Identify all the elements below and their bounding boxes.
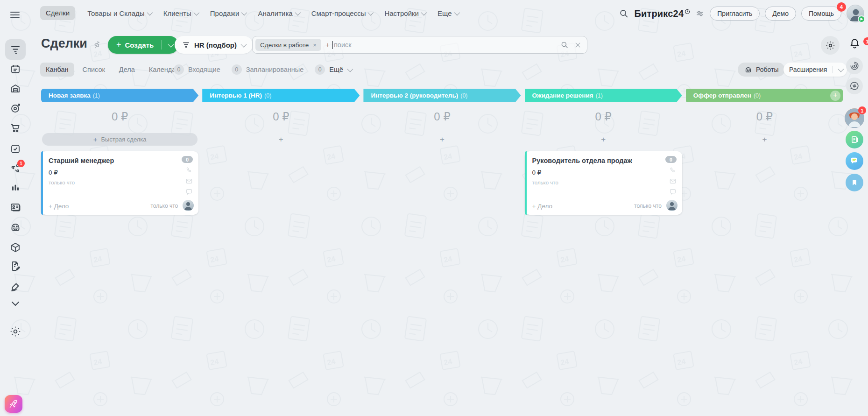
chat-sync-button[interactable] (846, 78, 863, 94)
user-avatar[interactable]: ▶ (847, 5, 864, 22)
kanban-board: Новая заявка(1) 0 ₽ + Быстрая сделка Ста… (41, 89, 843, 215)
kanban-column-interview2: Интервью 2 (руководитель)(0) 0 ₽ + (363, 89, 521, 215)
nav-sales[interactable]: Продажи (210, 9, 246, 17)
stage-header[interactable]: Оффер отправлен(0) + (686, 89, 843, 102)
nav-more[interactable]: Еще (438, 9, 459, 17)
nav-products[interactable]: Товары и Склады (87, 9, 151, 17)
add-deal-plus[interactable]: + (686, 133, 843, 146)
deal-title[interactable]: Старший менеджер (49, 157, 114, 164)
cart-icon[interactable] (10, 122, 21, 134)
add-deal-plus[interactable]: + (202, 133, 360, 146)
left-rail: 1 (0, 26, 31, 416)
stage-header[interactable]: Интервью 2 (руководитель)(0) (363, 89, 521, 102)
document-edit-icon[interactable] (10, 261, 21, 272)
deal-search-bar[interactable]: Сделки в работе × + (252, 36, 587, 54)
bookmark-button[interactable] (846, 174, 863, 191)
assistant-badge: 1 (858, 106, 866, 114)
notifications-button[interactable]: 1 (848, 37, 861, 50)
deal-card[interactable]: Старший менеджер 0 ₽ только что 0 + Дело… (41, 151, 198, 215)
nav-analytics[interactable]: Аналитика (258, 9, 299, 17)
tab-activities[interactable]: Дела (113, 63, 141, 77)
nav-smart-processes[interactable]: Смарт-процессы (311, 9, 373, 17)
bitrix24-logo: Битрикс24 (634, 8, 690, 19)
search-input[interactable] (334, 41, 560, 49)
counter-planned[interactable]: 0Запланированные (232, 64, 304, 75)
phone-icon[interactable] (185, 167, 193, 174)
tasks-icon[interactable] (10, 143, 21, 155)
chevron-down-icon (454, 9, 460, 15)
bar-chart-icon[interactable] (10, 182, 21, 193)
quick-deal-button[interactable]: + Быстрая сделка (42, 133, 198, 146)
funnel-selector[interactable]: HR (подбор) (175, 36, 253, 54)
chevron-down-icon (193, 9, 199, 15)
deal-updated-time: только что (150, 203, 178, 209)
nav-settings[interactable]: Настройки (384, 9, 425, 17)
tab-list[interactable]: Список (77, 63, 111, 77)
stage-header[interactable]: Новая заявка(1) (41, 89, 198, 102)
mail-icon[interactable] (185, 177, 193, 185)
page-title: Сделки (41, 36, 87, 51)
board-settings-button[interactable] (821, 36, 840, 55)
search-icon[interactable] (619, 8, 629, 19)
stage-sum: 0 ₽ (525, 110, 682, 123)
settings-gear-icon[interactable] (10, 326, 21, 337)
search-icon[interactable] (560, 41, 569, 49)
add-stage-button[interactable]: + (830, 91, 840, 101)
robots-button[interactable]: Роботы (738, 63, 785, 77)
gear-icon (826, 41, 835, 50)
add-activity-link[interactable]: + Дело (49, 203, 69, 210)
deal-card[interactable]: Руководитель отдела продаж 0 ₽ только чт… (525, 151, 682, 215)
planner-icon[interactable] (10, 63, 21, 75)
chevron-down-icon[interactable] (10, 301, 21, 307)
chip-close-icon[interactable]: × (313, 42, 317, 49)
chevron-down-icon (295, 9, 301, 15)
stage-header[interactable]: Ожидание решения(1) (525, 89, 682, 102)
phone-icon[interactable] (669, 167, 677, 174)
add-deal-plus[interactable]: + (525, 133, 682, 146)
stage-header[interactable]: Интервью 1 (HR)(0) (202, 89, 360, 102)
news-feed-button[interactable] (846, 131, 863, 148)
rocket-upgrade-button[interactable] (5, 395, 22, 413)
help-badge: 4 (837, 2, 846, 12)
add-deal-plus[interactable]: + (363, 133, 521, 146)
stage-sum: 0 ₽ (202, 110, 360, 123)
network-share-item[interactable]: 1 (10, 163, 21, 174)
counter-incoming[interactable]: 0Входящие (174, 64, 220, 75)
menu-burger-icon[interactable] (10, 10, 20, 20)
mail-icon[interactable] (669, 177, 677, 185)
chat-icon[interactable] (669, 188, 677, 196)
messenger-button[interactable] (846, 152, 863, 170)
invite-button[interactable]: Пригласить (710, 7, 760, 21)
assignee-avatar[interactable] (183, 200, 194, 211)
add-activity-link[interactable]: + Дело (532, 203, 552, 210)
pin-icon[interactable] (92, 41, 101, 49)
chat-icon[interactable] (185, 188, 193, 196)
sign-pen-icon[interactable] (10, 281, 21, 292)
demo-button[interactable]: Демо (765, 7, 796, 21)
tab-kanban[interactable]: Канбан (40, 63, 74, 77)
create-deal-button[interactable]: +Создать (108, 36, 178, 54)
extensions-button[interactable]: Расширения (783, 63, 847, 77)
deal-title[interactable]: Руководитель отдела продаж (532, 157, 632, 164)
main-navigation: Сделки Товары и Склады Клиенты Продажи А… (40, 6, 459, 20)
deal-amount: 0 ₽ (49, 169, 58, 176)
tune-sliders-icon[interactable] (695, 9, 705, 18)
robot-icon (744, 66, 752, 74)
assignee-avatar[interactable] (666, 200, 677, 211)
counter-more[interactable]: 0Ещё (315, 64, 352, 75)
warehouse-icon[interactable] (10, 83, 21, 94)
deal-updated-time: только что (634, 203, 662, 209)
assistant-avatar[interactable]: 1 (845, 108, 864, 128)
nav-deals[interactable]: Сделки (40, 6, 75, 20)
help-button[interactable]: Помощь (801, 7, 841, 21)
robot-icon[interactable] (10, 222, 21, 233)
copilot-button[interactable] (846, 57, 863, 74)
clear-search-icon[interactable] (574, 42, 581, 49)
nav-clients[interactable]: Клиенты (163, 9, 198, 17)
contact-card-icon[interactable] (10, 202, 21, 213)
chevron-down-icon (241, 9, 247, 15)
crm-funnel-icon[interactable] (10, 44, 21, 55)
marketing-target-icon[interactable] (10, 103, 21, 114)
filter-chip[interactable]: Сделки в работе × (255, 39, 321, 51)
package-icon[interactable] (10, 242, 21, 253)
